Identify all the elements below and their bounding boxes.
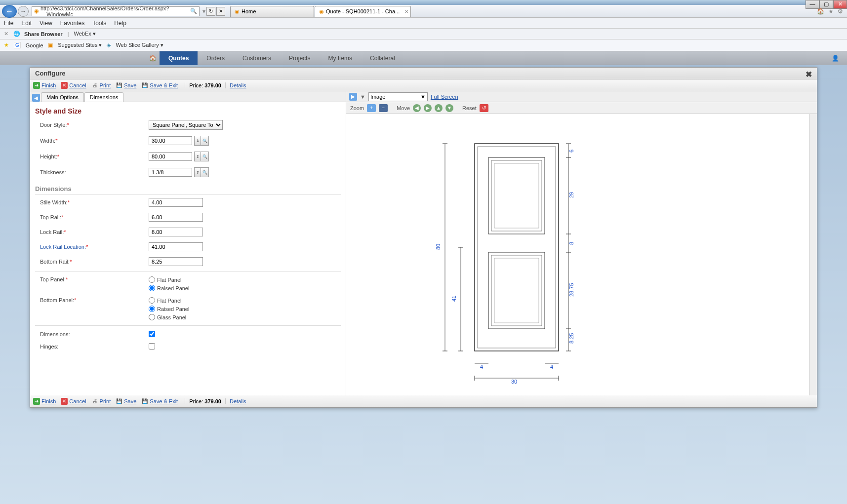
nav-customers[interactable]: Customers (234, 51, 280, 65)
label-lock-rail: Lock Rail:* (35, 229, 149, 235)
svg-text:6: 6 (568, 150, 574, 153)
search-icon[interactable]: 🔍 (201, 168, 208, 177)
print-button[interactable]: 🖨Print (91, 82, 111, 89)
save-button-bottom[interactable]: 💾Save (116, 398, 136, 405)
save-exit-button-bottom[interactable]: 💾Save & Exit (141, 398, 178, 405)
cancel-button-bottom[interactable]: ✕Cancel (61, 398, 86, 405)
fullscreen-link[interactable]: Full Screen (431, 94, 458, 100)
move-left-button[interactable]: ◀ (413, 104, 421, 112)
svg-text:30: 30 (511, 379, 517, 385)
save-icon: 💾 (141, 398, 148, 405)
configure-close-icon[interactable]: ✖ (806, 70, 812, 79)
move-up-button[interactable]: ▲ (435, 104, 443, 112)
share-browser-button[interactable]: Share Browser (24, 31, 63, 37)
toolbar-close-icon[interactable]: ✕ (4, 31, 8, 37)
nav-home-icon[interactable]: 🏠 (146, 55, 160, 62)
form-tabs: ◀ Main Options Dimensions (30, 91, 346, 102)
svg-text:4: 4 (480, 364, 483, 370)
menu-view[interactable]: View (40, 20, 52, 27)
dropdown-icon[interactable]: ▼ (360, 94, 365, 100)
tools-icon[interactable]: ⚙ (838, 8, 843, 15)
home-icon[interactable]: 🏠 (817, 8, 824, 15)
price-display-bottom: Price: 379.00 (185, 398, 226, 404)
thickness-input[interactable] (149, 168, 192, 177)
label-lock-rail-location[interactable]: Lock Rail Location:* (35, 244, 149, 250)
top-panel-flat-radio[interactable]: Flat Panel (149, 276, 189, 283)
top-rail-input[interactable] (149, 213, 203, 222)
details-link[interactable]: Details (230, 82, 246, 88)
browser-nav-bar: ← → ◉ http://ec3.tdci.com/ChannelSales/O… (0, 5, 847, 18)
label-thickness: Thickness: (35, 169, 149, 175)
save-exit-button[interactable]: 💾Save & Exit (141, 82, 178, 89)
view-mode-dropdown[interactable]: Image▼ (368, 92, 428, 101)
label-top-rail: Top Rail:* (35, 214, 149, 220)
zoom-in-button[interactable]: + (367, 104, 376, 112)
favorites-icon[interactable]: ★ (828, 8, 834, 15)
menu-help[interactable]: Help (114, 20, 126, 27)
nav-projects[interactable]: Projects (280, 51, 319, 65)
top-panel-raised-radio[interactable]: Raised Panel (149, 285, 189, 291)
fav-suggested[interactable]: Suggested Sites ▾ (58, 42, 102, 48)
save-button[interactable]: 💾Save (116, 82, 136, 89)
dimensions-checkbox[interactable] (149, 331, 155, 337)
width-input[interactable] (149, 136, 192, 145)
zoom-out-button[interactable]: − (379, 104, 388, 112)
svg-text:8: 8 (568, 242, 574, 245)
height-input[interactable] (149, 152, 192, 161)
thickness-spinner[interactable]: ⇕🔍 (194, 167, 209, 177)
bottom-rail-input[interactable] (149, 257, 203, 266)
webex-dropdown[interactable]: WebEx ▾ (74, 31, 96, 37)
door-style-select[interactable]: Square Panel, Square Top (149, 120, 223, 130)
nav-myitems[interactable]: My Items (319, 51, 361, 65)
bottom-panel-raised-radio[interactable]: Raised Panel (149, 306, 189, 312)
label-dimensions-cb: Dimensions: (35, 331, 149, 337)
print-icon: 🖨 (91, 398, 98, 405)
back-button[interactable]: ← (2, 5, 17, 18)
menu-tools[interactable]: Tools (92, 20, 106, 27)
vertical-scrollbar[interactable] (809, 114, 817, 395)
browser-tab-quote[interactable]: ◉ Quote - SQH000211-1 - Cha... ✕ (315, 6, 411, 17)
lock-rail-input[interactable] (149, 228, 203, 236)
menu-file[interactable]: File (4, 20, 13, 27)
bottom-panel-glass-radio[interactable]: Glass Panel (149, 314, 189, 320)
tab-close-icon[interactable]: ✕ (404, 9, 408, 14)
add-favorite-icon[interactable]: ★ (4, 42, 9, 48)
details-link-bottom[interactable]: Details (230, 398, 246, 404)
fav-webslice[interactable]: Web Slice Gallery ▾ (116, 42, 163, 48)
stop-button[interactable]: ✕ (216, 7, 225, 16)
menu-edit[interactable]: Edit (21, 20, 32, 27)
search-icon[interactable]: 🔍 (201, 136, 208, 145)
reset-button[interactable]: ↺ (480, 104, 488, 112)
menu-favorites[interactable]: Favorites (60, 20, 84, 27)
tab-dimensions[interactable]: Dimensions (84, 92, 123, 102)
nav-collateral[interactable]: Collateral (361, 51, 404, 65)
print-button-bottom[interactable]: 🖨Print (91, 398, 111, 405)
finish-button[interactable]: ➜Finish (33, 82, 56, 89)
nav-user-icon[interactable]: 👤 (832, 55, 839, 62)
forward-button[interactable]: → (18, 6, 29, 17)
search-icon[interactable]: 🔍 (201, 152, 208, 161)
move-down-button[interactable]: ▼ (445, 104, 453, 112)
hinges-checkbox[interactable] (149, 343, 155, 349)
section-dimensions: Dimensions (35, 183, 341, 195)
browser-tab-home[interactable]: ◉ Home (230, 6, 314, 17)
stile-width-input[interactable] (149, 198, 203, 207)
height-spinner[interactable]: ⇕🔍 (194, 152, 209, 161)
lock-rail-loc-input[interactable] (149, 242, 203, 251)
refresh-button[interactable]: ↻ (206, 7, 215, 16)
move-right-button[interactable]: ▶ (424, 104, 432, 112)
search-icon[interactable]: 🔍 (190, 8, 197, 14)
tab-back-icon[interactable]: ◀ (32, 94, 40, 102)
tab-main-options[interactable]: Main Options (41, 92, 84, 102)
finish-button-bottom[interactable]: ➜Finish (33, 398, 56, 405)
window-titlebar: — ▢ ✕ (0, 0, 847, 5)
nav-quotes[interactable]: Quotes (160, 51, 198, 65)
width-spinner[interactable]: ⇕🔍 (194, 136, 209, 146)
arrow-right-icon: ➜ (33, 398, 40, 405)
bottom-panel-flat-radio[interactable]: Flat Panel (149, 297, 189, 304)
nav-orders[interactable]: Orders (198, 51, 234, 65)
cancel-button[interactable]: ✕Cancel (61, 82, 86, 89)
fav-google[interactable]: Google (26, 42, 43, 48)
address-bar[interactable]: ◉ http://ec3.tdci.com/ChannelSales/Order… (32, 6, 200, 16)
preview-forward-icon[interactable]: ▶ (349, 93, 357, 101)
